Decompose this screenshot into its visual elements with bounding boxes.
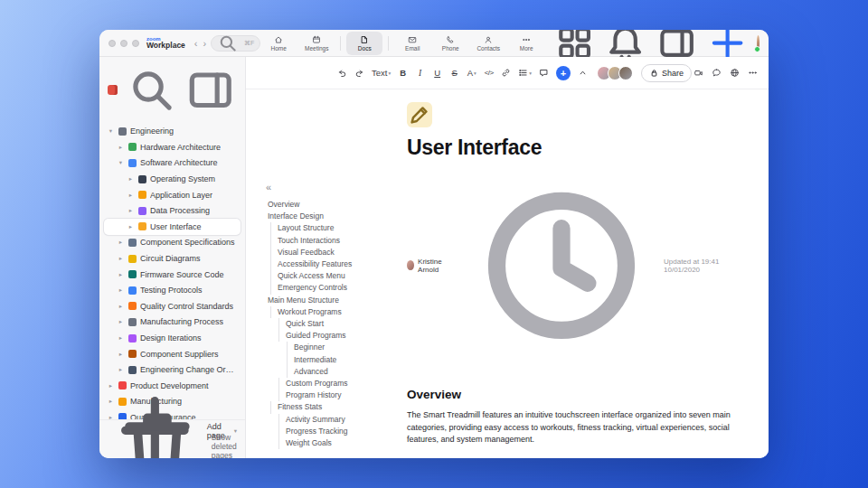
chevron-right-icon[interactable]: ▸ xyxy=(127,175,135,183)
nav-back-button[interactable]: ‹ xyxy=(192,38,201,49)
sidebar-item-software-architecture[interactable]: ▾Software Architecture xyxy=(104,155,241,172)
chevron-right-icon[interactable]: ▸ xyxy=(117,239,125,246)
underline-button[interactable]: U xyxy=(429,64,445,82)
sidebar-item-user-interface[interactable]: ▸User Interface xyxy=(104,219,241,235)
code-button[interactable]: </> xyxy=(481,64,496,82)
chevron-right-icon[interactable]: ▸ xyxy=(117,318,125,325)
outline-item-beginner[interactable]: Beginner xyxy=(287,342,400,353)
sidebar-item-manufacturing-process[interactable]: ▸Manufacturing Process xyxy=(104,314,241,331)
insert-button[interactable]: + xyxy=(556,66,571,80)
chevron-down-icon[interactable]: ▾ xyxy=(107,127,115,135)
link-button[interactable] xyxy=(498,64,514,82)
list-button[interactable]: ▾ xyxy=(515,64,534,82)
outline-item-guided-programs[interactable]: Guided Programs xyxy=(278,330,400,342)
comment-button[interactable] xyxy=(536,64,552,82)
zoom-button[interactable] xyxy=(132,40,139,47)
outline-item-interface-design[interactable]: Interface Design xyxy=(268,211,400,222)
show-deleted-pages-button[interactable]: Show deleted pages xyxy=(108,438,237,454)
sidebar-item-firmware-source-code[interactable]: ▸Firmware Source Code xyxy=(104,267,241,283)
outline-collapse-button[interactable]: « xyxy=(266,182,400,192)
redo-button[interactable] xyxy=(352,64,367,82)
sidebar-item-testing-protocols[interactable]: ▸Testing Protocols xyxy=(104,282,241,298)
text-color-button[interactable]: A▾ xyxy=(464,64,479,82)
page-label: Engineering Change Orders xyxy=(140,365,237,374)
outline-item-emergency-controls[interactable]: Emergency Controls xyxy=(270,282,400,294)
tab-meetings[interactable]: Meetings xyxy=(298,32,335,55)
collapse-toolbar-button[interactable] xyxy=(575,64,590,82)
minimize-button[interactable] xyxy=(120,40,127,47)
sidebar-item-quality-control-standards[interactable]: ▸Quality Control Standards xyxy=(104,298,241,314)
outline-item-custom-programs[interactable]: Custom Programs xyxy=(278,378,400,389)
document-title[interactable]: User Interface xyxy=(407,136,732,160)
sidebar-search-icon[interactable] xyxy=(125,63,179,117)
outline-item-main-menu-structure[interactable]: Main Menu Structure xyxy=(268,295,400,306)
text-style-button[interactable]: Text▾ xyxy=(369,64,393,82)
collaborator-avatar-3[interactable] xyxy=(618,66,633,80)
outline-item-quick-access-menu[interactable]: Quick Access Menu xyxy=(270,270,400,282)
chevron-right-icon[interactable]: ▸ xyxy=(117,255,125,262)
italic-button[interactable]: I xyxy=(412,64,428,82)
chevron-right-icon[interactable]: ▸ xyxy=(117,351,125,358)
sidebar-item-operating-system[interactable]: ▸Operating System xyxy=(104,171,241,187)
outline-item-intermediate[interactable]: Intermediate xyxy=(287,354,400,366)
global-search-input[interactable]: Search ⌘F xyxy=(211,35,260,52)
chat-icon[interactable] xyxy=(712,68,722,78)
section-heading-overview[interactable]: Overview xyxy=(407,388,732,401)
sidebar-item-hardware-architecture[interactable]: ▸Hardware Architecture xyxy=(104,139,241,155)
tab-email[interactable]: Email xyxy=(394,32,430,55)
tab-docs[interactable]: Docs xyxy=(346,32,382,55)
outline-item-touch-interactions[interactable]: Touch Interactions xyxy=(270,235,400,247)
share-button[interactable]: Share xyxy=(641,64,692,82)
outline-item-workout-programs[interactable]: Workout Programs xyxy=(270,306,400,318)
dots-icon[interactable] xyxy=(748,68,758,78)
outline-item-visual-feedback[interactable]: Visual Feedback xyxy=(270,247,400,258)
tab-more[interactable]: More xyxy=(508,32,544,55)
strikethrough-button[interactable]: S xyxy=(447,64,462,82)
document-body[interactable]: User Interface Kristine Arnold Updated a… xyxy=(407,89,732,458)
outline-item-layout-structure[interactable]: Layout Structure xyxy=(270,222,400,234)
sidebar-item-engineering[interactable]: ▾Engineering xyxy=(104,124,241,140)
globe-icon[interactable] xyxy=(730,68,740,78)
chevron-right-icon[interactable]: ▸ xyxy=(127,207,135,214)
sidebar-item-engineering-change-orders[interactable]: ▸Engineering Change Orders xyxy=(104,361,241,378)
tab-contacts[interactable]: Contacts xyxy=(470,32,506,55)
outline-item-fitness-stats[interactable]: Fitness Stats xyxy=(270,401,400,413)
tab-phone[interactable]: Phone xyxy=(432,32,468,55)
chevron-right-icon[interactable]: ▸ xyxy=(117,366,125,373)
sidebar-item-application-layer[interactable]: ▸Application Layer xyxy=(104,187,241,203)
camera-icon[interactable] xyxy=(693,68,703,78)
tab-home[interactable]: Home xyxy=(260,32,297,55)
chevron-right-icon[interactable]: ▸ xyxy=(117,286,125,294)
sidebar-item-component-specifications[interactable]: ▸Component Specifications xyxy=(104,235,241,251)
sidebar-item-circuit-diagrams[interactable]: ▸Circuit Diagrams xyxy=(104,250,241,267)
outline-item-accessibility-features[interactable]: Accessibility Features xyxy=(270,258,400,270)
chevron-right-icon[interactable]: ▸ xyxy=(127,192,135,199)
chevron-right-icon[interactable]: ▸ xyxy=(117,303,125,310)
chevron-down-icon[interactable]: ▾ xyxy=(117,159,125,166)
section-paragraph-overview[interactable]: The Smart Treadmill features an intuitiv… xyxy=(407,409,732,446)
outline-item-weight-goals[interactable]: Weight Goals xyxy=(278,437,400,449)
sidebar-collapse-icon[interactable] xyxy=(184,63,238,117)
chevron-right-icon[interactable]: ▸ xyxy=(117,271,125,278)
outline-item-activity-summary[interactable]: Activity Summary xyxy=(278,414,400,426)
chevron-right-icon[interactable]: ▸ xyxy=(117,334,125,342)
undo-button[interactable] xyxy=(335,64,350,82)
outline-item-advanced[interactable]: Advanced xyxy=(287,366,400,378)
bold-button[interactable]: B xyxy=(395,64,410,82)
sidebar-item-data-processing[interactable]: ▸Data Processing xyxy=(104,202,241,219)
chevron-right-icon[interactable]: ▸ xyxy=(127,223,135,230)
sidebar-item-component-suppliers[interactable]: ▸Component Suppliers xyxy=(104,346,241,362)
chevron-right-icon[interactable]: ▸ xyxy=(117,144,125,151)
home-icon xyxy=(274,35,283,44)
user-avatar[interactable] xyxy=(757,35,760,52)
sidebar-item-design-iterations[interactable]: ▸Design Iterations xyxy=(104,330,241,346)
app-tabs: HomeMeetingsDocsEmailPhoneContactsMore xyxy=(260,32,544,55)
outline-item-progress-tracking[interactable]: Progress Tracking xyxy=(278,426,400,437)
document-emoji-icon[interactable] xyxy=(407,102,432,127)
outline-item-program-history[interactable]: Program History xyxy=(278,389,400,401)
workspace-header[interactable]: Product Documenta... xyxy=(99,63,245,124)
close-button[interactable] xyxy=(108,40,116,47)
outline-item-overview[interactable]: Overview xyxy=(268,199,400,211)
nav-forward-button[interactable]: › xyxy=(201,38,210,49)
outline-item-quick-start[interactable]: Quick Start xyxy=(278,318,400,330)
